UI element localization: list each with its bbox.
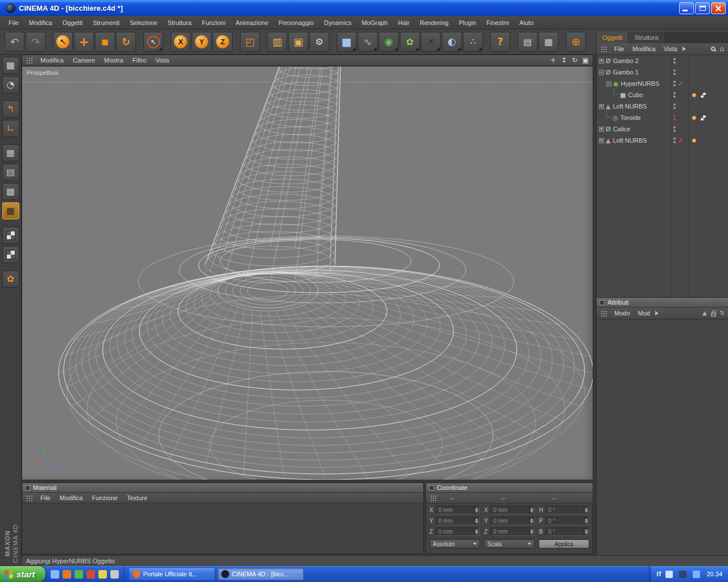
spinner-icon[interactable] (529, 506, 534, 514)
menu-dynamics[interactable]: Dynamics (319, 16, 357, 30)
quicklaunch-icon-2[interactable] (63, 570, 71, 579)
viewport-label[interactable]: Prospettiva (27, 69, 58, 76)
render-view-icon[interactable]: ▥ (267, 32, 287, 52)
coord-input-z[interactable]: 0 mm (490, 527, 534, 536)
tab-oggetti[interactable]: Oggetti (597, 32, 628, 43)
coord-input-x[interactable]: 0 mm (436, 506, 479, 514)
task-cinema4d[interactable]: CINEMA 4D - [bicc... (217, 568, 304, 580)
x-axis-lock-icon[interactable]: X (171, 32, 191, 52)
tree-item-calice[interactable]: +ØCalice (597, 123, 728, 135)
window-titlebar[interactable]: CINEMA 4D - [bicchiere.c4d *] (0, 0, 728, 16)
materials-menu-modifica[interactable]: Modifica (55, 493, 88, 504)
tree-item-loft-nurbs[interactable]: +▲Loft NURBS (597, 101, 728, 112)
menu-overflow-icon[interactable] (682, 47, 688, 51)
polygons-icon[interactable]: ▩ (2, 183, 19, 200)
viewport-menu-filtro[interactable]: Filtro (128, 55, 151, 66)
phong-tag-icon[interactable] (700, 92, 706, 98)
menu-struttura[interactable]: Struttura (163, 16, 197, 30)
move-tool-icon[interactable]: + (74, 32, 94, 52)
visibility-dots[interactable] (673, 92, 676, 98)
visibility-dots[interactable] (673, 69, 676, 75)
live-selection-icon[interactable]: ↖ (53, 32, 73, 52)
menu-mograph[interactable]: MoGraph (357, 16, 393, 30)
material-tag-icon[interactable] (692, 93, 696, 97)
spline-icon[interactable]: ∿ (358, 32, 378, 52)
spinner-icon[interactable] (529, 528, 534, 535)
close-button[interactable] (711, 2, 726, 14)
collapse-icon[interactable]: - (599, 70, 604, 75)
spinner-icon[interactable] (474, 506, 479, 514)
axis-corner-icon[interactable]: ∟ (2, 120, 19, 137)
tree-item-hypernurbs[interactable]: -◉HyperNURBS✓ (597, 78, 728, 89)
tree-item-gambo-1[interactable]: -ØGambo 1 (597, 66, 728, 78)
quicklaunch-icon-5[interactable] (98, 570, 107, 579)
home-icon[interactable]: ⌂ (719, 45, 724, 52)
panel-drag-handle[interactable] (600, 310, 607, 317)
search-icon[interactable] (711, 47, 715, 51)
rotate-view-icon[interactable]: ↻ (570, 56, 579, 65)
texture-checker-icon[interactable] (2, 227, 19, 244)
redo-icon[interactable]: ↷ (26, 32, 46, 52)
particles-icon[interactable]: ∴ (463, 32, 483, 52)
menu-aiuto[interactable]: Aiuto (514, 16, 539, 30)
attr-menu-mod[interactable]: Mod (634, 307, 654, 319)
menu-animazione[interactable]: Animazione (230, 16, 273, 30)
quicklaunch-icon-3[interactable] (75, 570, 83, 579)
camera-orbit-icon[interactable]: ◔ (2, 76, 19, 93)
spinner-icon[interactable] (584, 528, 589, 535)
z-axis-lock-icon[interactable]: Z (213, 32, 233, 52)
visibility-dots[interactable] (673, 103, 676, 109)
attributes-header[interactable]: Attributi (597, 298, 728, 307)
spinner-icon[interactable] (529, 517, 534, 525)
coord-input-h[interactable]: 0 ° (545, 506, 589, 514)
panel-drag-handle[interactable] (429, 494, 436, 501)
task-portale[interactable]: Portale Ufficiale It... (129, 568, 215, 580)
menu-selezione[interactable]: Selezione (125, 16, 162, 30)
phong-tag-icon[interactable] (700, 115, 706, 121)
menu-funzioni[interactable]: Funzioni (197, 16, 231, 30)
collapse-icon[interactable]: - (606, 81, 611, 86)
menu-plugin[interactable]: Plugin (454, 16, 482, 30)
modeling-icon[interactable]: ✿ (400, 32, 420, 52)
nurbs-icon[interactable]: ◉ (379, 32, 399, 52)
minimize-button[interactable] (679, 2, 694, 14)
language-indicator[interactable]: IT (657, 571, 662, 577)
coord-input-y[interactable]: 0 mm (490, 517, 534, 525)
coord-input-x[interactable]: 0 mm (490, 506, 534, 514)
rotate-tool-icon[interactable]: ↻ (116, 32, 136, 52)
environment-icon[interactable]: ◐ (442, 32, 462, 52)
menu-rendering[interactable]: Rendering (415, 16, 454, 30)
undo-icon[interactable]: ↶ (5, 32, 24, 52)
expand-icon[interactable]: + (599, 127, 604, 132)
quicklaunch-icon-1[interactable] (51, 570, 59, 579)
spinner-icon[interactable] (474, 517, 479, 525)
viewport-menu-modifica[interactable]: Modifica (36, 55, 68, 66)
coord-input-p[interactable]: 0 ° (545, 517, 589, 525)
primitive-cube-icon[interactable]: ■ (337, 32, 357, 52)
menu-oggetti[interactable]: Oggetti (57, 16, 88, 30)
om-menu-vista[interactable]: Vista (660, 43, 681, 55)
quicklaunch-icon-4[interactable] (86, 570, 95, 579)
visibility-dots[interactable] (673, 115, 676, 120)
deformer-icon[interactable]: ✕ (421, 32, 441, 52)
menu-finestre[interactable]: Finestre (481, 16, 514, 30)
content-browser-icon[interactable]: ▦ (539, 32, 559, 52)
points-grid-icon[interactable]: ▦ (2, 144, 19, 161)
visibility-dots[interactable] (673, 138, 676, 143)
viewport-menu-mostra[interactable]: Mostra (100, 55, 128, 66)
uv-checker-icon[interactable] (2, 246, 19, 263)
help-icon[interactable]: ? (490, 32, 510, 52)
y-axis-lock-icon[interactable]: Y (192, 32, 212, 52)
mode-dropdown[interactable]: Assoluto (429, 539, 480, 548)
tray-icon-2[interactable] (679, 571, 686, 578)
paint-tool-icon[interactable]: ✿ (2, 271, 19, 288)
tree-item-gambo-2[interactable]: +ØGambo 2 (597, 55, 728, 66)
materials-menu-file[interactable]: File (36, 493, 55, 504)
pan-view-icon[interactable]: + (549, 56, 557, 65)
menu-hair[interactable]: Hair (393, 16, 415, 30)
render-settings-icon[interactable]: ⚙ (309, 32, 329, 52)
expand-icon[interactable]: + (599, 138, 604, 143)
material-tag-icon[interactable] (692, 116, 696, 120)
expand-icon[interactable]: + (599, 104, 604, 109)
om-menu-file[interactable]: File (610, 43, 628, 55)
